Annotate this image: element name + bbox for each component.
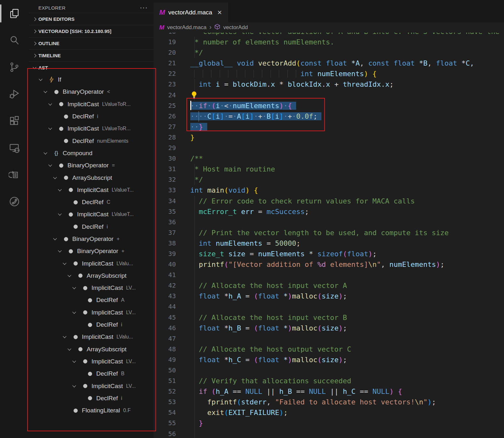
code-line-36[interactable]: 36 bbox=[154, 217, 504, 227]
code-line-39[interactable]: 39 size_t size = numElements * sizeof(fl… bbox=[154, 249, 504, 259]
code-line-56[interactable]: 56 bbox=[154, 429, 504, 438]
ast-tree-item-implicitcast[interactable]: ImplicitCastLV... bbox=[29, 282, 154, 294]
commit-graph-icon[interactable] bbox=[0, 188, 29, 215]
section-vectoradd-ssh-10-2-180-95[interactable]: VECTORADD [SSH: 10.2.180.95] bbox=[29, 25, 154, 37]
node-dot-icon bbox=[63, 176, 69, 180]
code-line-28[interactable]: 28} bbox=[154, 132, 504, 143]
ast-tree-item-implicitcast[interactable]: ImplicitCastLValueT... bbox=[29, 208, 154, 220]
indent-guide bbox=[194, 249, 195, 259]
code-line-34[interactable]: 34 // Error code to check return values … bbox=[154, 196, 504, 206]
code-line-32[interactable]: 32 */ bbox=[154, 174, 504, 185]
code-token: ] bbox=[249, 112, 254, 120]
indent-guide bbox=[194, 365, 195, 376]
ast-tree-item-floatingliteral[interactable]: FloatingLiteral0.F bbox=[29, 404, 154, 417]
code-line-43[interactable]: 43 float *h_A = (float *)malloc(size); bbox=[154, 291, 504, 301]
ast-tree-item-implicitcast[interactable]: ImplicitCastLValu... bbox=[29, 331, 154, 343]
ast-tree-item-arraysubscript[interactable]: ArraySubscript bbox=[29, 270, 154, 282]
code-line-40[interactable]: 40 printf("[Vector addition of %d elemen… bbox=[154, 259, 504, 270]
ast-tree-item-declref[interactable]: DeclRefi bbox=[29, 392, 154, 404]
ast-tree-item-if[interactable]: If bbox=[29, 74, 154, 86]
code-token: , bbox=[360, 59, 368, 67]
code-line-24[interactable]: 24 bbox=[154, 90, 504, 100]
search-icon[interactable] bbox=[0, 27, 29, 54]
ast-tree-item-declref[interactable]: DeclRefi bbox=[29, 319, 154, 331]
ast-tree-item-declref[interactable]: DeclRefnumElements bbox=[29, 135, 154, 147]
code-line-29[interactable]: 29 bbox=[154, 143, 504, 153]
explorer-actions-icon[interactable]: ··· bbox=[140, 6, 148, 9]
code-line-20[interactable]: 20 */ bbox=[154, 47, 504, 58]
code-line-54[interactable]: 54 exit(EXIT_FAILURE); bbox=[154, 407, 504, 418]
code-line-27[interactable]: 27··} bbox=[154, 122, 504, 132]
breadcrumb-file[interactable]: vectorAdd.maca bbox=[167, 24, 207, 31]
code-line-52[interactable]: 52 if (h_A == NULL || h_B == NULL || h_C… bbox=[154, 386, 504, 397]
code-line-30[interactable]: 30/** bbox=[154, 153, 504, 164]
code-line-31[interactable]: 31 * Host main routine bbox=[154, 164, 504, 174]
code-line-42[interactable]: 42 // Allocate the host input vector A bbox=[154, 280, 504, 291]
ast-tree-item-declref[interactable]: DeclRefB bbox=[29, 368, 154, 380]
section-ast[interactable]: AST bbox=[29, 61, 154, 74]
ast-tree-item-implicitcast[interactable]: ImplicitCastLV... bbox=[29, 355, 154, 368]
ast-tree-item-binaryoperator[interactable]: BinaryOperator< bbox=[29, 86, 154, 98]
code-token: ( bbox=[254, 356, 258, 364]
code-token: fprintf bbox=[207, 398, 237, 406]
code-line-46[interactable]: 46 float *h_B = (float *)malloc(size); bbox=[154, 323, 504, 333]
run-debug-icon[interactable] bbox=[0, 81, 29, 108]
remote-explorer-icon[interactable] bbox=[0, 134, 29, 161]
references-icon[interactable] bbox=[0, 161, 29, 188]
tab-close-icon[interactable]: × bbox=[217, 9, 222, 16]
code-line-25[interactable]: 25··if·(i·<·numElements)·{ bbox=[154, 100, 504, 111]
code-line-48[interactable]: 48 // Allocate the host output vector C bbox=[154, 344, 504, 354]
ast-tree-item-declref[interactable]: DeclRefA bbox=[29, 294, 154, 306]
code-editor[interactable]: 18 * computes the vector addition of A a… bbox=[154, 33, 504, 438]
code-line-55[interactable]: 55 } bbox=[154, 418, 504, 428]
node-detail: LV... bbox=[126, 359, 136, 364]
code-token: float bbox=[258, 356, 279, 364]
code-line-49[interactable]: 49 float *h_C = (float *)malloc(size); bbox=[154, 354, 504, 365]
explorer-icon[interactable] bbox=[0, 0, 29, 27]
ast-tree-item-declref[interactable]: DeclRefi bbox=[29, 110, 154, 123]
code-line-33[interactable]: 33int main(void) { bbox=[154, 185, 504, 195]
code-line-22[interactable]: 22 int numElements) { bbox=[154, 68, 504, 79]
code-line-41[interactable]: 41 bbox=[154, 270, 504, 280]
code-line-21[interactable]: 21__global__ void vectorAdd(const float … bbox=[154, 58, 504, 68]
code-token: NULL bbox=[373, 387, 390, 395]
ast-tree-item-arraysubscript[interactable]: ArraySubscript bbox=[29, 171, 154, 184]
ast-tree-item-binaryoperator[interactable]: BinaryOperator+ bbox=[29, 233, 154, 245]
code-line-37[interactable]: 37 // Print the vector length to be used… bbox=[154, 227, 504, 238]
ast-tree-item-compound[interactable]: {}Compound bbox=[29, 147, 154, 159]
code-line-38[interactable]: 38 int numElements = 50000; bbox=[154, 238, 504, 249]
ast-tree-item-implicitcast[interactable]: ImplicitCastLValueT... bbox=[29, 184, 154, 196]
code-token: { bbox=[373, 70, 377, 78]
source-control-icon[interactable] bbox=[0, 54, 29, 81]
line-content: printf("[Vector addition of %d elements]… bbox=[190, 259, 445, 270]
tab-vectoradd-maca[interactable]: M vectorAdd.maca × bbox=[154, 3, 228, 22]
code-line-18[interactable]: 18 * computes the vector addition of A a… bbox=[154, 33, 504, 37]
ast-tree-item-implicitcast[interactable]: ImplicitCastLValu... bbox=[29, 257, 154, 269]
ast-tree-item-implicitcast[interactable]: ImplicitCastLV... bbox=[29, 307, 154, 319]
ast-tree-item-declref[interactable]: DeclRefi bbox=[29, 221, 154, 233]
ast-tree-item-implicitcast[interactable]: ImplicitCastLValueToR... bbox=[29, 98, 154, 110]
code-line-53[interactable]: 53 fprintf(stderr, "Failed to allocate h… bbox=[154, 397, 504, 407]
code-line-44[interactable]: 44 bbox=[154, 301, 504, 312]
code-line-23[interactable]: 23 int i = blockDim.x * blockIdx.x + thr… bbox=[154, 79, 504, 90]
code-line-45[interactable]: 45 // Allocate the host input vector B bbox=[154, 312, 504, 323]
code-line-50[interactable]: 50 bbox=[154, 365, 504, 376]
code-token: stderr bbox=[241, 398, 266, 406]
code-line-47[interactable]: 47 bbox=[154, 333, 504, 344]
code-line-26[interactable]: 26····C[i]·=·A[i]·+·B[i]·+·0.0f; bbox=[154, 111, 504, 122]
section-timeline[interactable]: TIMELINE bbox=[29, 49, 154, 61]
ast-tree-item-arraysubscript[interactable]: ArraySubscript bbox=[29, 343, 154, 355]
ast-tree-item-implicitcast[interactable]: ImplicitCastLV... bbox=[29, 380, 154, 392]
code-line-51[interactable]: 51 // Verify that allocations succeeded bbox=[154, 376, 504, 386]
ast-tree-item-binaryoperator[interactable]: BinaryOperator+ bbox=[29, 245, 154, 257]
code-line-19[interactable]: 19 * number of elements numElements. bbox=[154, 37, 504, 47]
ast-tree-item-implicitcast[interactable]: ImplicitCastLValueToR... bbox=[29, 123, 154, 135]
section-open-editors[interactable]: OPEN EDITORS bbox=[29, 13, 154, 25]
extensions-icon[interactable] bbox=[0, 108, 29, 134]
section-outline[interactable]: OUTLINE bbox=[29, 37, 154, 49]
ast-tree-item-binaryoperator[interactable]: BinaryOperator= bbox=[29, 159, 154, 171]
ast-tree-item-declref[interactable]: DeclRefC bbox=[29, 196, 154, 208]
breadcrumb-symbol[interactable]: vectorAdd bbox=[223, 24, 248, 31]
code-line-35[interactable]: 35 mcError_t err = mcSuccess; bbox=[154, 206, 504, 217]
code-token: = bbox=[241, 356, 254, 364]
